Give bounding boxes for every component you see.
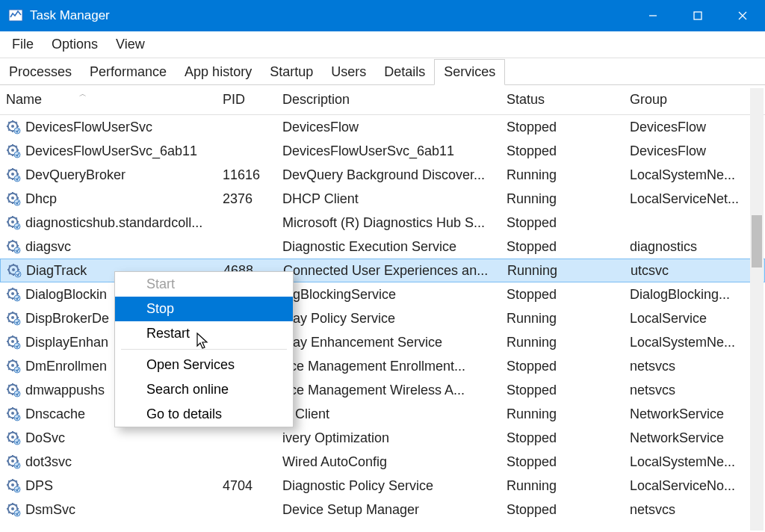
cell-pid: 2376 [217, 191, 276, 207]
cell-status: Stopped [501, 359, 624, 374]
cell-desc: Connected User Experiences an... [277, 263, 501, 279]
service-icon [7, 263, 22, 278]
menu-view[interactable]: View [110, 34, 157, 55]
menu-bar: File Options View [0, 31, 765, 58]
svg-line-36 [16, 170, 17, 171]
svg-line-102 [16, 313, 17, 315]
context-menu-item[interactable]: Stop [115, 297, 293, 321]
svg-line-66 [8, 241, 10, 243]
table-row[interactable]: diagsvcDiagnostic Execution ServiceStopp… [0, 235, 765, 259]
svg-line-113 [16, 337, 17, 338]
service-icon [6, 287, 21, 302]
cell-status: Stopped [501, 143, 624, 159]
cell-status: Stopped [501, 215, 624, 231]
svg-line-11 [8, 122, 10, 123]
cell-status: Stopped [501, 120, 624, 135]
table-row[interactable]: DevicesFlowUserSvc_6ab11DevicesFlowUserS… [0, 139, 765, 163]
tab-details[interactable]: Details [375, 60, 434, 84]
cell-name: Dhcp [0, 191, 217, 207]
cell-status: Stopped [501, 239, 624, 255]
cell-status: Running [501, 263, 625, 279]
col-group[interactable]: Group [624, 92, 747, 108]
svg-line-146 [16, 409, 17, 410]
cell-status: Running [501, 478, 624, 494]
table-row[interactable]: DevQueryBroker11616DevQuery Background D… [0, 163, 765, 187]
cell-desc: DevicesFlow [276, 120, 501, 135]
svg-line-58 [16, 217, 17, 219]
service-icon [6, 335, 21, 350]
cell-group: LocalSystemNe... [624, 167, 747, 183]
table-row[interactable]: DoSvcivery OptimizationStoppedNetworkSer… [0, 426, 765, 450]
service-icon [6, 311, 21, 326]
svg-rect-2 [694, 12, 701, 19]
svg-line-176 [8, 480, 10, 482]
svg-line-135 [16, 385, 17, 386]
svg-line-110 [8, 337, 10, 338]
svg-line-179 [16, 480, 17, 482]
cell-desc: DHCP Client [276, 191, 501, 207]
svg-line-79 [9, 273, 10, 274]
svg-point-160 [11, 460, 14, 463]
cell-group: LocalService [624, 311, 747, 327]
cell-group: LocalSystemNe... [624, 454, 747, 470]
column-headers: Name︿ PID Description Status Group [0, 85, 765, 115]
svg-line-124 [16, 361, 17, 362]
cell-name: diagnosticshub.standardcoll... [0, 215, 217, 231]
menu-options[interactable]: Options [46, 34, 110, 55]
table-row[interactable]: dot3svcWired AutoConfigStoppedLocalSyste… [0, 450, 765, 474]
svg-line-91 [16, 289, 17, 291]
cell-desc: logBlockingService [276, 287, 501, 303]
svg-point-28 [11, 173, 14, 176]
service-icon [6, 120, 21, 134]
cell-desc: play Enhancement Service [276, 335, 501, 350]
svg-line-168 [16, 457, 17, 458]
col-name[interactable]: Name︿ [0, 92, 217, 108]
cell-status: Running [501, 167, 624, 183]
context-menu-item[interactable]: Go to details [115, 402, 293, 427]
minimize-button[interactable] [631, 0, 675, 31]
cell-name: DevQueryBroker [0, 167, 217, 183]
tab-performance[interactable]: Performance [81, 60, 176, 84]
col-pid[interactable]: PID [217, 92, 276, 108]
tab-services[interactable]: Services [434, 59, 505, 85]
maximize-button[interactable] [675, 0, 720, 31]
close-button[interactable] [720, 0, 765, 31]
svg-line-134 [8, 392, 10, 394]
cell-desc: Device Setup Manager [276, 502, 501, 518]
svg-point-83 [11, 292, 14, 295]
cell-group: NetworkService [624, 430, 747, 446]
tab-app-history[interactable]: App history [176, 60, 261, 84]
table-row[interactable]: diagnosticshub.standardcoll...Microsoft … [0, 211, 765, 235]
service-icon [6, 167, 21, 182]
cell-name: dot3svc [0, 454, 217, 470]
svg-point-61 [11, 244, 14, 247]
table-row[interactable]: DsmSvcDevice Setup ManagerStoppednetsvcs [0, 498, 765, 522]
cell-name: DPS [0, 478, 217, 494]
cell-name: DoSvc [0, 430, 217, 446]
svg-line-154 [8, 433, 10, 434]
svg-line-24 [8, 153, 10, 155]
col-desc[interactable]: Description [276, 92, 501, 108]
svg-point-171 [11, 483, 14, 486]
context-menu-item[interactable]: Open Services [115, 353, 293, 377]
cell-name: DevicesFlowUserSvc [0, 120, 217, 135]
tab-startup[interactable]: Startup [261, 60, 322, 84]
table-row[interactable]: DPS4704Diagnostic Policy ServiceRunningL… [0, 474, 765, 498]
col-status[interactable]: Status [501, 92, 624, 108]
cell-status: Running [501, 335, 624, 350]
tab-users[interactable]: Users [322, 60, 375, 84]
cell-status: Stopped [501, 454, 624, 470]
scrollbar-track[interactable] [750, 88, 764, 531]
tab-processes[interactable]: Processes [0, 60, 81, 84]
cell-group: DevicesFlow [624, 143, 747, 159]
table-row[interactable]: Dhcp2376DHCP ClientRunningLocalServiceNe… [0, 187, 765, 211]
menu-file[interactable]: File [6, 34, 46, 55]
cell-desc: rice Management Enrollment... [276, 359, 501, 374]
svg-line-13 [8, 129, 10, 131]
context-menu-item[interactable]: Search online [115, 377, 293, 402]
cell-group: DevicesFlow [624, 120, 747, 135]
svg-point-6 [11, 125, 14, 128]
table-row[interactable]: DevicesFlowUserSvcDevicesFlowStoppedDevi… [0, 115, 765, 139]
cell-status: Running [501, 406, 624, 422]
scrollbar-thumb[interactable] [752, 215, 762, 267]
